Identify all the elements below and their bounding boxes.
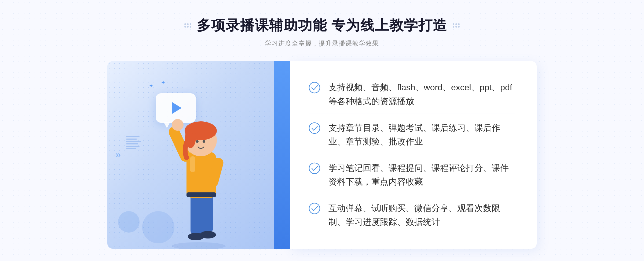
check-icon-2	[309, 122, 320, 134]
content-section: ✦ ✦ »	[107, 61, 537, 249]
deco-line-4	[126, 143, 138, 144]
feature-text-2: 支持章节目录、弹题考试、课后练习、课后作业、章节测验、批改作业	[328, 121, 515, 148]
svg-point-18	[309, 163, 320, 174]
svg-point-0	[172, 242, 225, 249]
feature-item-4: 互动弹幕、试听购买、微信分享、观看次数限制、学习进度跟踪、数据统计	[309, 196, 515, 234]
deco-line-1	[126, 136, 140, 137]
svg-point-19	[309, 203, 320, 214]
deco-line-5	[126, 146, 140, 147]
svg-point-17	[309, 123, 320, 133]
deco-circle-1	[118, 211, 140, 233]
page-container: 多项录播课辅助功能 专为线上教学打造 学习进度全掌握，提升录播课教学效果 ✦ ✦	[0, 0, 644, 261]
person-illustration	[158, 93, 239, 249]
dot-grid-left	[184, 23, 191, 28]
deco-line-3	[126, 141, 141, 142]
svg-point-8	[172, 119, 184, 131]
sparkle-icon-1: ✦	[149, 83, 153, 89]
svg-rect-14	[186, 192, 216, 197]
feature-item-1: 支持视频、音频、flash、word、excel、ppt、pdf等各种格式的资源…	[309, 75, 515, 114]
dot-grid-right	[453, 23, 460, 28]
feature-item-2: 支持章节目录、弹题考试、课后练习、课后作业、章节测验、批改作业	[309, 116, 515, 154]
main-title: 多项录播课辅助功能 专为线上教学打造	[197, 16, 447, 35]
svg-rect-2	[200, 192, 213, 233]
features-panel: 支持视频、音频、flash、word、excel、ppt、pdf等各种格式的资源…	[290, 61, 537, 249]
check-icon-3	[309, 162, 320, 174]
title-decorator-left	[184, 23, 191, 28]
chevrons-left: »	[115, 149, 119, 161]
sparkle-icon-2: ✦	[161, 79, 166, 86]
header-section: 多项录播课辅助功能 专为线上教学打造 学习进度全掌握，提升录播课教学效果	[184, 16, 460, 48]
feature-text-4: 互动弹幕、试听购买、微信分享、观看次数限制、学习进度跟踪、数据统计	[328, 202, 515, 229]
illustration-area: ✦ ✦ »	[107, 61, 290, 249]
check-icon-4	[309, 203, 320, 214]
feature-text-1: 支持视频、音频、flash、word、excel、ppt、pdf等各种格式的资源…	[328, 81, 515, 108]
title-decorator-right	[453, 23, 460, 28]
subtitle: 学习进度全掌握，提升录播课教学效果	[184, 39, 460, 48]
feature-text-3: 学习笔记回看、课程提问、课程评论打分、课件资料下载，重点内容收藏	[328, 161, 515, 189]
svg-point-16	[309, 82, 320, 93]
svg-point-13	[203, 140, 205, 143]
deco-line-6	[126, 148, 136, 149]
svg-rect-15	[190, 156, 195, 172]
check-icon-1	[309, 82, 320, 94]
svg-point-4	[200, 231, 216, 238]
deco-lines	[126, 136, 141, 149]
feature-item-3: 学习笔记回看、课程提问、课程评论打分、课件资料下载，重点内容收藏	[309, 156, 515, 194]
header-title-row: 多项录播课辅助功能 专为线上教学打造	[184, 16, 460, 35]
svg-point-12	[196, 140, 199, 143]
blue-bar	[274, 61, 290, 249]
deco-line-2	[126, 139, 137, 140]
